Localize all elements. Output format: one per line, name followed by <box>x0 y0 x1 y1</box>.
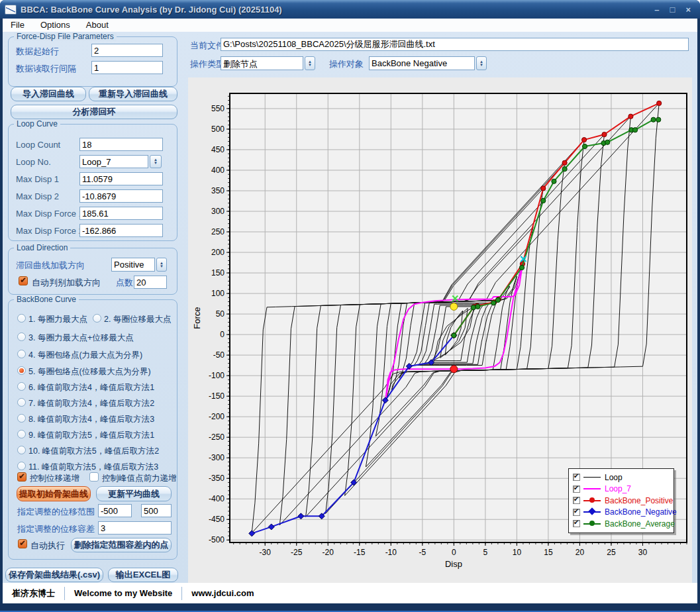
data-point-marker[interactable] <box>491 301 496 305</box>
reimport-loops-button[interactable]: 重新导入滞回曲线 <box>89 87 177 101</box>
export-excel-button[interactable]: 输出EXCEL图 <box>108 568 178 582</box>
data-point-marker[interactable] <box>562 160 567 165</box>
range-max-input[interactable] <box>141 504 172 517</box>
menu-item-options[interactable]: Options <box>32 19 78 32</box>
backbone-method-radio-4[interactable] <box>17 350 26 358</box>
data-point-marker[interactable] <box>541 186 546 191</box>
load-direction-spinner[interactable]: ▲▼ <box>156 258 167 272</box>
points-count-input[interactable] <box>134 276 167 289</box>
data-point-marker[interactable] <box>562 167 567 172</box>
maximize-button[interactable]: □ <box>670 5 675 15</box>
current-file-input[interactable] <box>221 38 689 51</box>
data-point-marker[interactable] <box>552 179 556 183</box>
import-loops-button[interactable]: 导入滞回曲线 <box>11 87 86 101</box>
backbone-method-radio-2[interactable] <box>93 314 101 323</box>
auto-direction-checkbox[interactable] <box>19 276 28 285</box>
control-disp-increase-checkbox[interactable] <box>17 472 26 482</box>
op-target-spinner[interactable]: ▲▼ <box>476 56 487 70</box>
load-direction-select[interactable]: Positive <box>111 258 155 272</box>
field-input[interactable] <box>79 172 163 185</box>
control-force-increase-checkbox[interactable] <box>89 472 99 482</box>
backbone-method-radio-10[interactable] <box>17 446 26 454</box>
field-input[interactable] <box>79 207 163 220</box>
save-csv-button[interactable]: 保存骨架曲线结果(.csv) <box>5 568 103 582</box>
status-item-0: 崔济东博士 <box>3 587 64 599</box>
x-tick-label: -15 <box>354 548 366 557</box>
data-point-marker[interactable] <box>471 305 475 310</box>
backbone-method-label: 1. 每圈力最大点 <box>28 314 87 325</box>
data-point-marker[interactable] <box>452 333 456 338</box>
field-input[interactable] <box>79 189 163 203</box>
backbone-method-radio-6[interactable] <box>17 382 26 391</box>
field-input[interactable] <box>79 138 163 151</box>
highlight-node-yellow[interactable] <box>450 303 458 310</box>
data-point-marker[interactable] <box>632 128 637 132</box>
backbone-method-label: 7. 峰值前取方法4，峰值后取方法2 <box>28 398 154 409</box>
backbone-method-radio-8[interactable] <box>17 414 26 423</box>
update-average-button[interactable]: 更新平均曲线 <box>96 486 172 501</box>
backbone-method-radio-9[interactable] <box>17 430 26 438</box>
auto-execute-checkbox[interactable] <box>18 539 27 548</box>
menu-item-file[interactable]: File <box>3 19 32 32</box>
data-point-marker[interactable] <box>475 304 480 309</box>
backbone-method-radio-11[interactable] <box>17 462 26 470</box>
y-tick-label: 250 <box>211 227 225 236</box>
range-min-input[interactable] <box>98 504 132 517</box>
legend-checkbox[interactable] <box>573 520 580 527</box>
backbone-method-radio-7[interactable] <box>17 398 26 407</box>
data-point-marker[interactable] <box>628 114 633 119</box>
backbone-method-radio-3[interactable] <box>17 332 26 341</box>
legend-checkbox[interactable] <box>573 509 580 516</box>
tolerance-input[interactable] <box>98 521 172 535</box>
backbone-method-label: 3. 每圈力最大点+位移最大点 <box>28 332 134 344</box>
backbone-method-label: 2. 每圈位移最大点 <box>104 314 171 325</box>
extract-backbone-button[interactable]: 提取初始骨架曲线 <box>17 486 91 501</box>
data-point-marker[interactable] <box>605 140 610 144</box>
data-point-marker[interactable] <box>495 297 500 302</box>
analyze-loops-button[interactable]: 分析滞回环 <box>11 105 177 119</box>
minimize-button[interactable]: – <box>654 5 659 15</box>
close-button[interactable]: × <box>685 5 691 15</box>
data-point-marker[interactable] <box>656 117 661 122</box>
data-point-marker[interactable] <box>581 137 586 142</box>
delete-range-points-button[interactable]: 删除指定范围容差内的点 <box>71 538 172 552</box>
y-tick-label: 300 <box>211 207 225 216</box>
backbone-method-label: 11. 峰值前取方法5，峰值后取方法3 <box>28 462 158 473</box>
loop-no-spinner[interactable]: ▲▼ <box>150 155 162 168</box>
op-type-label: 操作类型 <box>190 58 225 70</box>
op-target-select[interactable]: BackBone Negative <box>369 56 475 70</box>
data-point-marker[interactable] <box>657 101 662 105</box>
data-point-marker[interactable] <box>602 132 607 136</box>
data-point-marker[interactable] <box>582 144 587 148</box>
legend-checkbox[interactable] <box>573 474 580 481</box>
status-item-1[interactable]: Welcome to my Website <box>65 588 181 598</box>
highlight-node-red[interactable] <box>450 366 458 373</box>
backbone-method-radio-5[interactable] <box>17 366 26 375</box>
menubar: FileOptionsAbout <box>3 19 697 32</box>
backbone-method-label: 10. 峰值前取方法5，峰值后取方法2 <box>28 446 159 457</box>
field-input[interactable] <box>79 224 163 237</box>
x-tick-label: 20 <box>575 548 585 557</box>
legend-checkbox[interactable] <box>573 485 580 493</box>
data-point-marker[interactable] <box>651 117 656 122</box>
app-window: BBCA: BackBone Curve Analysis (by Dr. Ji… <box>0 0 700 612</box>
field-input[interactable] <box>91 61 163 74</box>
backbone-method-label: 8. 峰值前取方法4，峰值后取方法3 <box>28 414 154 425</box>
y-tick-label: -500 <box>209 535 225 544</box>
data-point-marker[interactable] <box>541 198 546 203</box>
menu-item-about[interactable]: About <box>78 19 117 32</box>
y-tick-label: 200 <box>211 248 225 257</box>
x-axis-title: Disp <box>445 559 462 569</box>
field-label: Max Disp 1 <box>16 174 59 184</box>
data-point-marker[interactable] <box>519 265 524 270</box>
titlebar[interactable]: BBCA: BackBone Curve Analysis (by Dr. Ji… <box>0 0 700 19</box>
backbone-method-radio-1[interactable] <box>17 314 26 323</box>
op-type-spinner[interactable]: ▲▼ <box>305 56 315 70</box>
legend-label: Loop <box>605 473 623 482</box>
op-type-select[interactable]: 删除节点 <box>221 56 303 70</box>
field-input[interactable] <box>91 44 163 57</box>
x-tick-label: 15 <box>544 548 553 557</box>
legend-checkbox[interactable] <box>573 497 580 504</box>
status-item-2[interactable]: www.jdcui.com <box>182 588 263 598</box>
field-input[interactable] <box>79 155 148 168</box>
